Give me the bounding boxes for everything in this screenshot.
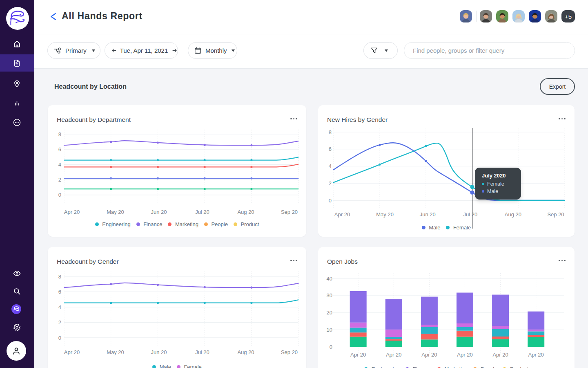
svg-text:2: 2 (58, 319, 61, 325)
svg-text:May 20: May 20 (107, 349, 124, 355)
svg-text:6: 6 (58, 289, 61, 295)
svg-text:Aug 20: Aug 20 (505, 211, 521, 218)
svg-text:May 20: May 20 (107, 209, 124, 215)
svg-text:8: 8 (329, 129, 332, 135)
svg-text:Aug 20: Aug 20 (237, 349, 254, 355)
svg-text:Jul 20: Jul 20 (195, 209, 209, 215)
svg-text:Jul 20: Jul 20 (195, 349, 209, 355)
svg-text:6: 6 (329, 146, 332, 152)
svg-text:0: 0 (58, 335, 61, 341)
svg-text:Apr 20: Apr 20 (492, 352, 508, 358)
svg-text:0: 0 (329, 197, 332, 204)
svg-text:Apr 20: Apr 20 (350, 352, 366, 358)
svg-text:Apr 20: Apr 20 (64, 349, 80, 355)
svg-text:10: 10 (327, 327, 332, 333)
svg-text:Sep 20: Sep 20 (281, 349, 298, 355)
svg-text:Jun 20: Jun 20 (151, 209, 167, 215)
svg-text:Sep 20: Sep 20 (547, 211, 564, 218)
svg-text:8: 8 (58, 131, 61, 137)
svg-text:Apr 20: Apr 20 (528, 352, 544, 358)
svg-text:Jul 20: Jul 20 (463, 211, 477, 218)
svg-text:Apr 20: Apr 20 (386, 352, 401, 358)
svg-text:2: 2 (58, 177, 61, 183)
svg-text:Apr 20: Apr 20 (334, 211, 350, 218)
svg-text:May 20: May 20 (376, 211, 394, 218)
svg-text:2: 2 (329, 180, 332, 186)
svg-text:0: 0 (58, 192, 61, 198)
svg-text:6: 6 (58, 146, 61, 153)
svg-text:Apr 20: Apr 20 (421, 352, 437, 358)
svg-text:4: 4 (329, 163, 332, 169)
svg-text:Jun 20: Jun 20 (151, 349, 167, 355)
svg-text:40: 40 (327, 276, 332, 282)
svg-text:Aug 20: Aug 20 (237, 209, 254, 215)
svg-text:4: 4 (58, 162, 61, 168)
svg-text:30: 30 (327, 292, 332, 298)
svg-text:Jun 20: Jun 20 (420, 211, 436, 218)
svg-text:Sep 20: Sep 20 (281, 209, 298, 215)
svg-text:20: 20 (327, 310, 332, 316)
svg-text:8: 8 (58, 274, 61, 280)
svg-text:4: 4 (58, 304, 61, 310)
svg-text:Apr 20: Apr 20 (457, 352, 472, 358)
svg-text:0: 0 (330, 344, 332, 350)
svg-text:Apr 20: Apr 20 (64, 209, 80, 215)
